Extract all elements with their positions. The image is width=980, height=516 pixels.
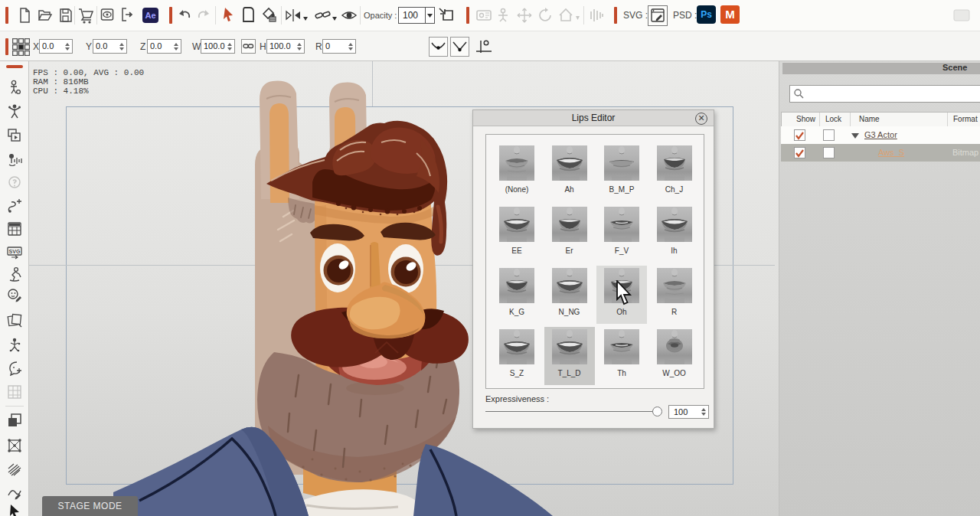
svg-text:SVG: SVG	[9, 249, 21, 254]
